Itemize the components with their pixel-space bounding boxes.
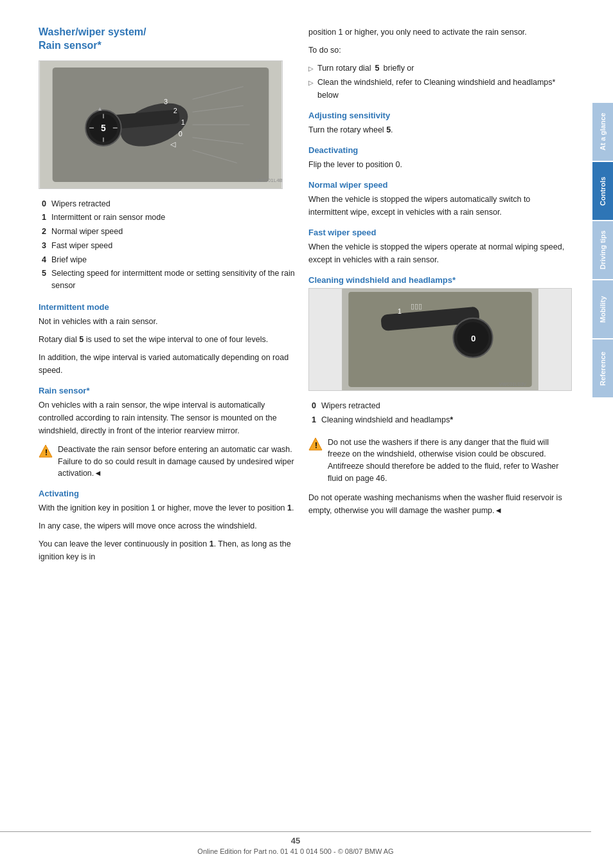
- svg-text:▲: ▲: [97, 105, 103, 112]
- list-item-0: 0 Wipers retracted: [39, 198, 296, 210]
- rain-sensor-heading: Rain sensor*: [39, 386, 296, 395]
- footer-text: Online Edition for Part no. 01 41 0 014 …: [197, 847, 393, 855]
- tab-driving-tips[interactable]: Driving tips: [592, 221, 613, 279]
- intermittent-para-1: Not in vehicles with a rain sensor.: [39, 315, 296, 328]
- activating-bullet-list: Turn rotary dial 5 briefly or Clean the …: [308, 62, 572, 102]
- adjusting-sensitivity-text: Turn the rotary wheel 5.: [308, 123, 572, 136]
- cleaning-item-1: 1 Cleaning windshield and headlamps*: [308, 414, 572, 426]
- bullet-item-1: Turn rotary dial 5 briefly or: [308, 62, 572, 75]
- normal-wiper-speed-heading: Normal wiper speed: [308, 180, 572, 190]
- list-item-1: 1 Intermittent or rain sensor mode: [39, 212, 296, 224]
- cleaning-windshield-heading: Cleaning windshield and headlamps*: [308, 275, 572, 285]
- svg-rect-25: [348, 292, 531, 387]
- activating-heading: Activating: [39, 489, 296, 498]
- svg-text:2: 2: [173, 107, 177, 114]
- fast-wiper-speed-text: When the vehicle is stopped the wipers o…: [308, 240, 572, 266]
- activating-continued: position 1 or higher, you only need to a…: [308, 26, 572, 39]
- svg-text:▯▯▯: ▯▯▯: [411, 302, 422, 310]
- svg-text:5: 5: [101, 122, 106, 132]
- side-tabs: At a glance Controls Driving tips Mobili…: [592, 0, 613, 868]
- cleaning-warning: ! Do not use the washers if there is any…: [308, 437, 572, 485]
- warning-icon-2: !: [308, 437, 323, 451]
- svg-text:1: 1: [398, 307, 402, 315]
- page-number: 45: [0, 836, 591, 845]
- page-title: Washer/wiper system/ Rain sensor*: [39, 26, 296, 53]
- numbered-list-left: 0 Wipers retracted 1 Intermittent or rai…: [39, 198, 296, 292]
- wiper-diagram-image: 5 3 2 1 0 ◁ ▲ VWC01L4BV: [39, 60, 283, 189]
- intermittent-para-2: Rotary dial 5 is used to set the wipe in…: [39, 333, 296, 346]
- svg-text:0: 0: [179, 129, 182, 137]
- cleaning-text2: Do not operate washing mechanisms when t…: [308, 491, 572, 517]
- list-item-4: 4 Brief wipe: [39, 254, 296, 266]
- tab-controls[interactable]: Controls: [592, 162, 613, 220]
- svg-text:VWC01LD3V: VWC01LD3V: [499, 382, 527, 387]
- svg-text:0: 0: [471, 334, 475, 343]
- list-item-3: 3 Fast wiper speed: [39, 240, 296, 252]
- rain-sensor-warning: ! Deactivate the rain sensor before ente…: [39, 444, 296, 480]
- numbered-list-cleaning: 0 Wipers retracted 1 Cleaning windshield…: [308, 400, 572, 426]
- list-item-5: 5 Selecting speed for intermittent mode …: [39, 267, 296, 292]
- cleaning-diagram-image: 0 1 ▯▯▯ VWC01LD3V: [308, 288, 572, 391]
- cleaning-warning-text: Do not use the washers if there is any d…: [328, 437, 572, 485]
- svg-text:3: 3: [164, 98, 168, 105]
- fast-wiper-speed-heading: Fast wiper speed: [308, 228, 572, 237]
- svg-text:◁: ◁: [170, 140, 176, 147]
- tab-at-a-glance[interactable]: At a glance: [592, 103, 613, 161]
- activating-para-3: You can leave the lever continuously in …: [39, 538, 296, 563]
- rain-sensor-warning-text: Deactivate the rain sensor before enteri…: [58, 444, 296, 480]
- normal-wiper-speed-text: When the vehicle is stopped the wipers a…: [308, 193, 572, 219]
- bullet-item-2: Clean the windshield, refer to Cleaning …: [308, 76, 572, 102]
- activating-para-1: With the ignition key in position 1 or h…: [39, 502, 296, 514]
- warning-icon: !: [39, 444, 53, 458]
- cleaning-item-0: 0 Wipers retracted: [308, 400, 572, 412]
- tab-reference[interactable]: Reference: [592, 339, 613, 397]
- activating-todo: To do so:: [308, 44, 572, 57]
- svg-text:VWC01L4BV: VWC01L4BV: [256, 177, 283, 183]
- deactivating-heading: Deactivating: [308, 145, 572, 155]
- rain-sensor-para: On vehicles with a rain sensor, the wipe…: [39, 399, 296, 437]
- intermittent-para-3: In addition, the wipe interval is varied…: [39, 351, 296, 377]
- adjusting-sensitivity-heading: Adjusting sensitivity: [308, 111, 572, 120]
- page-footer: 45 Online Edition for Part no. 01 41 0 0…: [0, 831, 591, 855]
- svg-text:!: !: [315, 441, 317, 450]
- list-item-2: 2 Normal wiper speed: [39, 226, 296, 238]
- tab-mobility[interactable]: Mobility: [592, 280, 613, 338]
- svg-text:1: 1: [181, 118, 185, 126]
- activating-para-2: In any case, the wipers will move once a…: [39, 520, 296, 532]
- deactivating-text: Flip the lever to position 0.: [308, 158, 572, 171]
- svg-text:!: !: [45, 448, 48, 457]
- right-column: position 1 or higher, you only need to a…: [308, 26, 572, 849]
- intermittent-mode-heading: Intermittent mode: [39, 302, 296, 312]
- left-column: Washer/wiper system/ Rain sensor*: [39, 26, 296, 849]
